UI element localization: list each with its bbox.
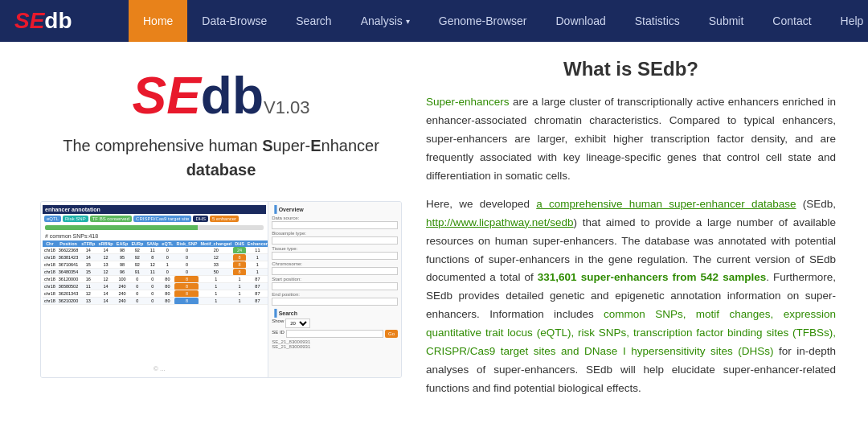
nav-item-submit[interactable]: Submit [694, 0, 759, 42]
ss-biosample: Biosample type: [272, 231, 398, 245]
col-pos: Position [57, 240, 80, 247]
ss-header: enhancer annotation [43, 205, 266, 214]
superenhancers-term: Super-enhancers [426, 96, 510, 108]
nav-item-statistics[interactable]: Statistics [620, 0, 694, 42]
ss-end-input[interactable] [272, 298, 398, 306]
ss-se-id-value2: SE_21_83000931 [272, 344, 398, 349]
ss-seid-input[interactable] [286, 330, 383, 338]
ss-start: Start position: [272, 277, 398, 290]
ss-right-panel: ▐ Overview Data source: Biosample type: … [268, 202, 401, 377]
ss-biosample-input[interactable] [272, 236, 398, 245]
ss-datasource: Data source: [272, 216, 398, 229]
brand-se: SE [132, 66, 200, 125]
ss-search-title: ▐ Search [272, 309, 398, 317]
chip-tfbs: TF BS conserved [90, 216, 132, 222]
nav-item-home[interactable]: Home [129, 0, 187, 42]
col-risksnp: Risk_SNP [174, 240, 199, 247]
col-chr: Chr [43, 240, 57, 247]
tagline-normal2: nhancer [321, 137, 379, 154]
right-panel: What is SEdb? Super-enhancers are a larg… [410, 42, 868, 424]
col-eurp: EURp [129, 240, 145, 247]
chart-icon: ▐ [272, 205, 276, 213]
tagline-bold1: S [262, 137, 272, 154]
ss-chromosome: Chromosome: [272, 261, 398, 275]
chip-risksnp: Risk SNP [63, 216, 88, 222]
p2-link-url[interactable]: http://www.licpathway.net/sedb [426, 216, 574, 228]
ss-chromosome-label: Chromosome: [272, 261, 398, 266]
section-title: What is SEdb? [426, 58, 836, 80]
search-icon: ▐ [272, 309, 276, 317]
ss-end-label: End position: [272, 292, 398, 297]
chip-dhs: DHS [193, 216, 208, 222]
ss-seid-label: SE ID [272, 330, 285, 338]
logo-db: db [44, 8, 72, 33]
col-srbnp: sRBNp [96, 240, 114, 247]
ss-overview-title: ▐ Overview [272, 205, 398, 213]
col-motif: Motif_changed [199, 240, 233, 247]
ss-seid-row: SE ID Go [272, 330, 398, 338]
col-enhancer: Enhancer [246, 240, 269, 247]
main-content: SE db V1.03 The comprehensive human Supe… [0, 42, 868, 424]
ss-snp-label: # common SNPs:418 [43, 232, 266, 240]
nav-item-download[interactable]: Download [541, 0, 620, 42]
brand-row: SE db V1.03 [132, 66, 309, 125]
nav-item-analysis[interactable]: Analysis ▾ [346, 0, 424, 42]
chip-crispr: CRISPR/Cas9 target site [133, 216, 191, 222]
paragraph-1: Super-enhancers are a large cluster of t… [426, 93, 836, 186]
p2-link-database[interactable]: a comprehensive human super-enhancer dat… [536, 198, 796, 210]
chip-enhancer: 5 enhancer [210, 216, 239, 222]
logo-se: SE [14, 8, 44, 33]
ss-go-button[interactable]: Go [385, 330, 398, 338]
tagline: The comprehensive human Super-Enhancer d… [63, 134, 379, 182]
col-stfbp: sTFBp [80, 240, 96, 247]
analysis-caret: ▾ [406, 17, 410, 26]
ss-show-select[interactable]: 20 [285, 319, 310, 328]
p2-count: 331,601 super-enhancers from 542 samples [538, 271, 766, 283]
p2-prefix: Here, we developed [426, 198, 536, 210]
brand-version: V1.03 [264, 97, 310, 118]
tagline-normal1: uper- [272, 137, 310, 154]
ss-biosample-label: Biosample type: [272, 231, 398, 236]
site-logo[interactable]: SEdb [0, 8, 129, 34]
nav-item-help[interactable]: Help [826, 0, 868, 42]
ss-tissue-label: Tissue type: [272, 246, 398, 251]
ss-show-label: Show [272, 319, 284, 328]
nav-item-databrowse[interactable]: Data-Browse [187, 0, 281, 42]
brand-db: db [201, 66, 264, 125]
ss-show-row: Show 20 [272, 319, 398, 328]
screenshot-preview: enhancer annotation eQTL Risk SNP TF BS … [40, 201, 402, 378]
ss-tissue-input[interactable] [272, 252, 398, 260]
nav-menu: Home Data-Browse Search Analysis ▾ Genom… [129, 0, 868, 42]
tagline-prefix: The comprehensive human [63, 137, 262, 154]
col-eqtl: eQTL [160, 240, 174, 247]
chip-eqtl: eQTL [44, 216, 61, 222]
tagline-bold2: E [310, 137, 321, 154]
col-sanp: SANp [145, 240, 160, 247]
ss-progress-bar [45, 225, 264, 230]
paragraph-2: Here, we developed a comprehensive human… [426, 195, 836, 398]
left-panel: SE db V1.03 The comprehensive human Supe… [0, 42, 410, 424]
ss-datasource-input[interactable] [272, 221, 398, 229]
ss-chromosome-input[interactable] [272, 267, 398, 275]
navbar: SEdb Home Data-Browse Search Analysis ▾ … [0, 0, 868, 42]
ss-start-input[interactable] [272, 282, 398, 290]
ss-tissue: Tissue type: [272, 246, 398, 260]
col-dhs: DHS [233, 240, 246, 247]
ss-watermark: © ... [154, 365, 166, 372]
nav-item-contact[interactable]: Contact [758, 0, 825, 42]
col-easp: EASp [115, 240, 130, 247]
nav-item-genome-browser[interactable]: Genome-Browser [424, 0, 542, 42]
ss-start-label: Start position: [272, 277, 398, 282]
ss-datasource-label: Data source: [272, 216, 398, 220]
p2-mid: (SEdb, [796, 198, 836, 210]
nav-item-search[interactable]: Search [281, 0, 346, 42]
ss-chips: eQTL Risk SNP TF BS conserved CRISPR/Cas… [43, 214, 266, 224]
p1-body: are a large cluster of transcriptionally… [426, 96, 836, 182]
ss-end: End position: [272, 292, 398, 306]
tagline-suffix: database [186, 161, 256, 179]
text-content: Super-enhancers are a large cluster of t… [426, 93, 836, 408]
